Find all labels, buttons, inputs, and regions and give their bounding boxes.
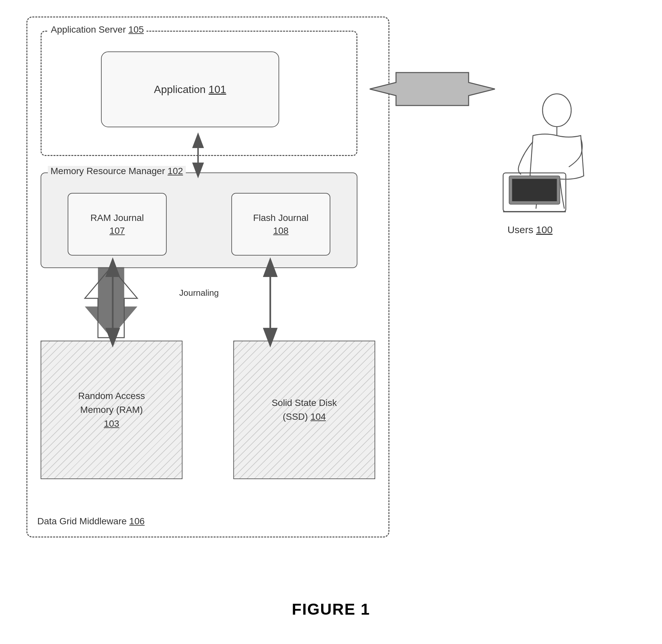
ssd-label: Solid State Disk(SSD) 104 xyxy=(271,396,337,424)
application-label: Application 101 xyxy=(154,84,226,96)
figure-label: FIGURE 1 xyxy=(292,600,370,631)
flash-journal-label: Flash Journal108 xyxy=(253,211,309,237)
flash-journal-box: Flash Journal108 xyxy=(231,193,330,256)
app-server-box: Application Server 105 Application 101 xyxy=(41,31,357,156)
users-area: Users 100 xyxy=(431,92,629,235)
svg-rect-17 xyxy=(512,179,557,201)
ssd-box: Solid State Disk(SSD) 104 xyxy=(233,341,375,479)
ram-journal-box: RAM Journal107 xyxy=(68,193,167,256)
users-label: Users 100 xyxy=(508,224,553,235)
ram-box: Random AccessMemory (RAM)103 xyxy=(41,341,182,479)
ram-journal-label: RAM Journal107 xyxy=(90,211,144,237)
app-server-label: Application Server 105 xyxy=(48,24,147,35)
mrm-label: Memory Resource Manager 102 xyxy=(48,166,186,177)
journaling-label: Journaling xyxy=(41,288,357,298)
application-box: Application 101 xyxy=(101,51,279,127)
mrm-box: Memory Resource Manager 102 RAM Journal1… xyxy=(41,172,357,268)
diagram-area: Data Grid Middleware 106 Application Ser… xyxy=(0,0,662,600)
svg-point-13 xyxy=(543,94,571,127)
ram-label: Random AccessMemory (RAM)103 xyxy=(78,389,145,431)
data-grid-middleware-label: Data Grid Middleware 106 xyxy=(37,516,145,527)
outer-box: Data Grid Middleware 106 Application Ser… xyxy=(26,17,390,537)
svg-marker-7 xyxy=(85,267,137,338)
user-illustration xyxy=(467,92,593,217)
svg-marker-6 xyxy=(85,267,137,338)
